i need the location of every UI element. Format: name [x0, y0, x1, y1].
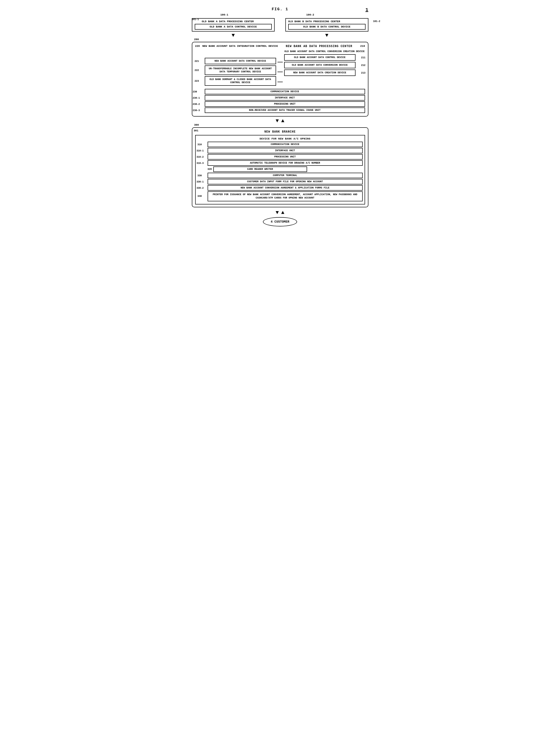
ref-100-1: 100-1 [220, 13, 229, 16]
branch-inner-box: DEVICE FOR NEW BANK A/C OPNING 310 COMMU… [195, 135, 365, 204]
branch-box: 300 301 NEW BANK BRANCHE DEVICE FOR NEW … [192, 127, 369, 207]
connector-line-2 [278, 72, 283, 72]
right-devices-col: OLD BANK ACCOUNT DATA CONTROL CONVERSION… [283, 50, 365, 87]
comm-230: 230 COMMUNICATION DEVICE [205, 89, 365, 94]
device-213: NEW BANK ACCOUNT DATA CREATION DEVICE 21… [284, 69, 355, 76]
connector-line-1 [278, 62, 283, 62]
ref-221: 221 [195, 60, 199, 63]
comm-230-1: 230-1 INTERFACE UNIT [205, 95, 365, 101]
branch-device-310-1: 310-1 INTERFACE UNIT [208, 148, 363, 153]
ref-310-3: 310-3 [197, 162, 204, 164]
arrows-from-banks: ▼ ▼ [192, 32, 369, 38]
page: 1 FIG. 1 100-1 100-2 101-1 OLD BANK A DA… [187, 5, 373, 231]
left-section-title: 220 NEW BANK ACCOUNT DATA INTEGRATION CO… [195, 45, 278, 47]
ref-310: 310 [198, 143, 202, 146]
ref-330: 330 [198, 174, 202, 177]
right-section-title [195, 50, 276, 57]
branch-device-310: 310 COMMUNICATION DEVICE [208, 142, 363, 147]
ref-330-2: 330-2 [197, 187, 204, 189]
fig-title: FIG. 1 [192, 7, 369, 11]
ref-230-3: 230-3 [193, 109, 200, 111]
title-ref: 210 [360, 45, 365, 47]
branch-device-340: 340 PRINTER FOR ISSUANCE OF NEW BANK ACC… [208, 191, 363, 201]
ref-223: 223 [195, 79, 199, 83]
right-bank-inner: OLD BANK B DATA CONTROL DEVICE [288, 24, 365, 30]
device-222: 222 UN-TRANSFERRABLE INCOMPLETE NEW BANK… [205, 65, 276, 75]
ref-213: 213 [361, 71, 365, 74]
ref-230-1: 230-1 [193, 97, 200, 99]
ref-320: 320 [208, 168, 212, 170]
ref-100-2: 100-2 [306, 13, 314, 16]
mid-connectors [278, 50, 283, 87]
ref-310-1: 310-1 [197, 149, 204, 152]
right-bank-title: OLD BANK B DATA PROCESSING CENTER [288, 20, 365, 23]
comm-section: 230 COMMUNICATION DEVICE 230-1 INTERFACE… [205, 89, 365, 113]
branch-ref: 300 [194, 124, 199, 126]
ref-230: 230 [193, 90, 197, 93]
ref-212: 212 [361, 64, 365, 67]
comm-230-3: 230-3 NON-RECEIVED ACCOUNT DATA TRACER S… [205, 107, 365, 113]
arrow-left: ▼ [192, 32, 275, 38]
branch-device-330-2: 330-2 NEW BANK ACCOUNT CONVERSION AGREEM… [208, 185, 363, 191]
comm-230-2: 230-2 PROCESSING UNIT [205, 101, 365, 107]
branch-title: NEW BANK BRANCHE [195, 130, 365, 133]
bidirectional-arrow: ▼ ▲ [192, 118, 369, 124]
main-ref: 200 [194, 38, 199, 41]
device-320-row: 320 CARD READER WRITER [208, 166, 363, 172]
left-devices-col: 221 NEW BANK ACCOUNT DATA CONTROL DEVICE… [195, 50, 278, 87]
right-col-title: OLD BANK ACCOUNT DATA CONTROL CONVERSION… [284, 50, 365, 53]
page-number: 1 [365, 7, 368, 13]
ref-310-2: 310-2 [197, 156, 204, 158]
main-center-box: 200 220 NEW BANK ACCOUNT DATA INTEGRATIO… [192, 42, 369, 117]
branch-device-330-1: 330-1 CUSTOMER DATA INPUT FORM FILE FOR … [208, 179, 363, 185]
customer-row: 4 CUSTOMER [192, 217, 369, 226]
customer-oval: 4 CUSTOMER [263, 217, 297, 226]
branch-subtitle: DEVICE FOR NEW BANK A/C OPNING [208, 137, 363, 140]
right-bank-ref: 101-2 [373, 20, 380, 23]
branch-device-330: 330 COMPUTER TERMINAL [208, 173, 363, 178]
arrow-to-customer: ▼ ▲ [192, 210, 369, 216]
branch-device-310-2: 310-2 PROCESSING UNIT [208, 154, 363, 160]
connector-line-3 [278, 82, 283, 82]
left-bank-inner: OLD BANK A DATA CONTROL DEVICE [195, 24, 272, 30]
ref-222: 222 [195, 69, 199, 72]
device-211: OLD BANK ACCOUNT DATA CONTROL DEVICE 211 [284, 54, 355, 61]
left-bank-box: 101-1 OLD BANK A DATA PROCESSING CENTER … [192, 18, 275, 32]
ref-340: 340 [198, 195, 202, 198]
branch-inner-ref: 301 [194, 129, 199, 132]
top-banks-row: 101-1 OLD BANK A DATA PROCESSING CENTER … [192, 18, 369, 32]
ref-211: 211 [361, 56, 365, 59]
ref-330-1: 330-1 [197, 180, 204, 183]
center-title: NEW BANK AB DATA PROCESSING CENTER [278, 45, 360, 48]
branch-device-320: CARD READER WRITER [213, 166, 307, 172]
arrow-right: ▼ [285, 32, 369, 38]
left-bank-ref: 101-1 [192, 18, 199, 21]
device-223: 223 OLD BANK DORMANT & CLOSED BANK ACCOU… [205, 76, 276, 86]
branch-device-310-3: 310-3 AUTOMATIC TELEGRAPH DEVICE FOR DRA… [208, 160, 363, 166]
ref-230-2: 230-2 [193, 103, 200, 105]
device-212: OLD BANK ACCOUNT DATA CONVERSION DEVICE … [284, 62, 355, 68]
left-bank-title: OLD BANK A DATA PROCESSING CENTER [202, 20, 272, 23]
device-221: 221 NEW BANK ACCOUNT DATA CONTROL DEVICE [205, 58, 276, 64]
right-bank-box: OLD BANK B DATA PROCESSING CENTER OLD BA… [285, 18, 369, 32]
